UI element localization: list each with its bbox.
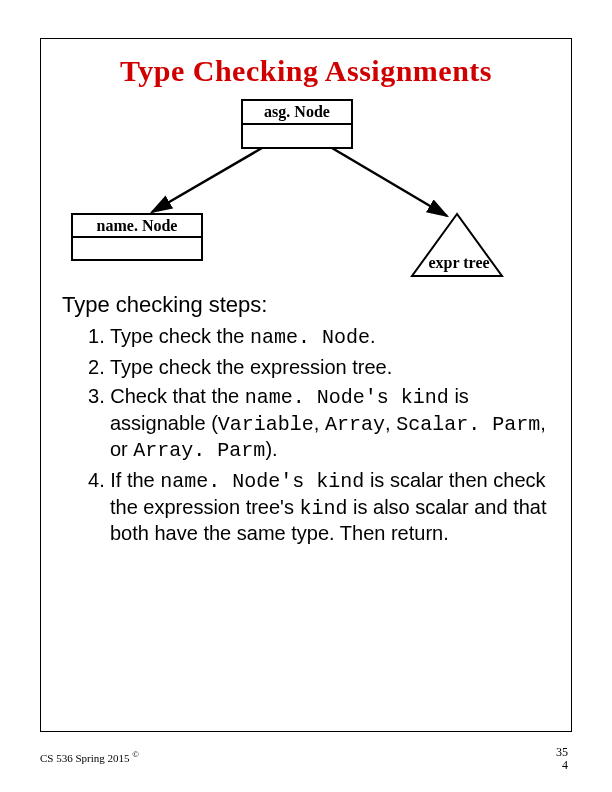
step-item: Type check the expression tree. <box>88 355 550 381</box>
copyright-symbol: © <box>132 749 139 759</box>
step-text: Type check the <box>110 325 250 347</box>
steps-heading: Type checking steps: <box>62 292 550 318</box>
code-text: name. Node's kind <box>245 386 449 409</box>
root-node-label: asg. Node <box>264 103 330 121</box>
step-text: . <box>370 325 376 347</box>
slide-title: Type Checking Assignments <box>62 54 550 88</box>
left-node-label: name. Node <box>97 217 178 234</box>
code-text: Array. Parm <box>133 439 265 462</box>
page-number-b: 4 <box>556 759 568 772</box>
step-item: Type check the name. Node. <box>88 324 550 351</box>
tree-svg: asg. Node name. Node expr tree <box>62 96 542 286</box>
step-text: ). <box>265 438 277 460</box>
footer-right: 35 4 <box>556 746 568 772</box>
step-item: If the name. Node's kind is scalar then … <box>88 468 550 547</box>
step-text: If the <box>110 469 160 491</box>
step-text: , <box>385 412 396 434</box>
step-text: , <box>314 412 325 434</box>
steps-list: Type check the name. Node. Type check th… <box>88 324 550 547</box>
step-text: Check that the <box>110 385 245 407</box>
tree-diagram: asg. Node name. Node expr tree <box>62 96 550 286</box>
code-text: name. Node <box>250 326 370 349</box>
course-label: CS 536 Spring 2015 <box>40 752 130 764</box>
page-number-a: 35 <box>556 746 568 759</box>
slide-page: Type Checking Assignments asg. Node name… <box>0 0 612 792</box>
code-text: Scalar. Parm <box>396 413 540 436</box>
right-node-label: expr tree <box>428 254 489 272</box>
slide-content: Type Checking Assignments asg. Node name… <box>40 38 572 732</box>
arrow-to-left <box>152 148 262 212</box>
code-text: Variable <box>218 413 314 436</box>
step-text: Type check the expression tree. <box>110 356 392 378</box>
footer-left: CS 536 Spring 2015 © <box>40 749 139 764</box>
code-text: Array <box>325 413 385 436</box>
code-text: name. Node's kind <box>160 470 364 493</box>
arrow-to-right <box>332 148 447 216</box>
code-text: kind <box>299 497 347 520</box>
step-item: Check that the name. Node's kind is assi… <box>88 384 550 464</box>
